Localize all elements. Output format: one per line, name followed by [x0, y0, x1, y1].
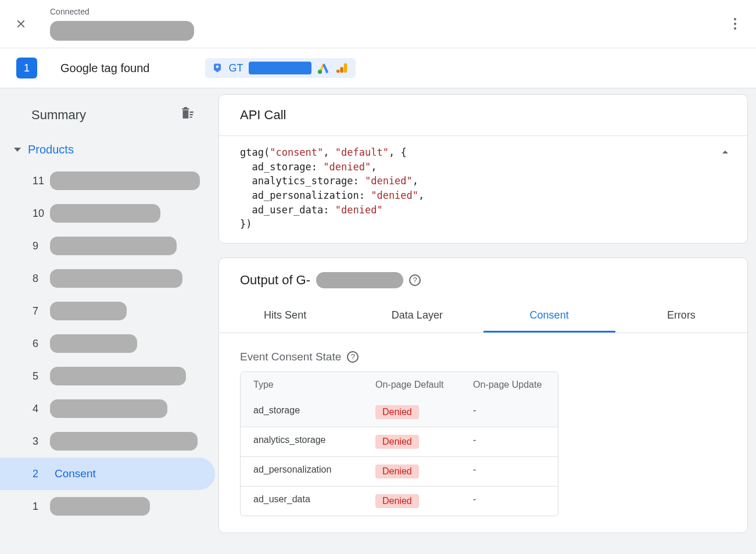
sidebar-event-consent[interactable]: 2Consent [0, 458, 215, 490]
cell-default: Denied [363, 457, 460, 486]
cell-update: - [460, 457, 558, 486]
redacted-event-name [50, 399, 167, 418]
sidebar-event-item[interactable]: 9 [0, 230, 215, 262]
gt-prefix: GT [228, 62, 243, 74]
tag-count-badge: 1 [16, 58, 37, 78]
summary-label: Summary [31, 108, 86, 123]
denied-badge: Denied [375, 464, 419, 478]
cell-update: - [460, 487, 558, 516]
th-default: On-page Default [363, 372, 460, 398]
sidebar-event-item[interactable]: 8 [0, 262, 215, 295]
products-label: Products [28, 143, 74, 156]
event-number: 10 [33, 208, 46, 220]
api-call-code: gtag("consent", "default", { ad_storage:… [219, 136, 747, 243]
event-number: 3 [33, 435, 46, 448]
clear-button[interactable] [179, 106, 194, 124]
google-analytics-icon [336, 62, 349, 74]
cell-update: - [460, 427, 558, 456]
tab-consent[interactable]: Consent [483, 301, 615, 333]
tab-data-layer[interactable]: Data Layer [351, 301, 483, 333]
cell-default: Denied [363, 487, 460, 516]
svg-point-4 [336, 70, 340, 73]
redacted-event-name [50, 334, 137, 353]
denied-badge: Denied [375, 405, 419, 419]
consent-table: Type On-page Default On-page Update ad_s… [240, 371, 558, 516]
google-ads-icon [317, 62, 330, 74]
header-info: Connected [50, 7, 194, 41]
event-number: 8 [33, 273, 46, 285]
svg-rect-3 [341, 67, 344, 73]
event-number: 2 [33, 468, 46, 480]
event-number: 4 [33, 403, 46, 415]
th-type: Type [241, 372, 363, 398]
event-label: Consent [55, 467, 96, 480]
close-button[interactable] [14, 17, 28, 31]
sidebar-event-item[interactable]: 10 [0, 197, 215, 230]
denied-badge: Denied [375, 435, 419, 449]
redacted-measurement-id [316, 272, 403, 288]
main-content: API Call gtag("consent", "default", { ad… [215, 88, 756, 554]
cell-default: Denied [363, 427, 460, 456]
sidebar-event-item[interactable]: 11 [0, 165, 215, 197]
redacted-event-name [50, 269, 182, 288]
help-icon[interactable]: ? [409, 274, 421, 286]
event-number: 1 [33, 501, 46, 513]
sidebar-event-item[interactable]: 5 [0, 360, 215, 392]
event-number: 9 [33, 240, 46, 252]
sidebar: Summary Products 111098765432Consent1 [0, 88, 215, 554]
redacted-event-name [50, 171, 200, 190]
table-row: analytics_storageDenied- [241, 427, 558, 456]
denied-badge: Denied [375, 494, 419, 508]
cell-type: ad_storage [241, 398, 363, 427]
table-row: ad_storageDenied- [241, 398, 558, 427]
cell-type: ad_personalization [241, 457, 363, 486]
sidebar-event-item[interactable]: 1 [0, 490, 215, 523]
svg-point-1 [318, 70, 322, 74]
output-card: Output of G- ? Hits SentData LayerConsen… [218, 258, 748, 533]
tag-subheader: 1 Google tag found GT [0, 48, 756, 88]
caret-down-icon [14, 148, 21, 152]
tab-hits-sent[interactable]: Hits Sent [219, 301, 351, 333]
help-icon[interactable]: ? [347, 351, 359, 363]
redacted-event-name [50, 497, 150, 516]
cell-update: - [460, 398, 558, 427]
collapse-button[interactable] [718, 145, 732, 163]
event-number: 11 [33, 175, 46, 187]
trash-icon [179, 106, 194, 121]
sidebar-event-item[interactable]: 7 [0, 295, 215, 327]
tag-chip[interactable]: GT [205, 58, 356, 78]
gtag-icon [212, 62, 223, 74]
summary-row[interactable]: Summary [0, 102, 215, 128]
svg-point-0 [216, 66, 219, 69]
redacted-event-name [50, 204, 160, 223]
sidebar-event-item[interactable]: 6 [0, 327, 215, 360]
api-call-title: API Call [219, 95, 747, 136]
th-update: On-page Update [460, 372, 558, 398]
output-tabs: Hits SentData LayerConsentErrors [219, 301, 747, 333]
output-header: Output of G- ? [219, 258, 747, 288]
table-row: ad_personalizationDenied- [241, 456, 558, 486]
svg-rect-2 [344, 63, 347, 73]
tag-found-label: Google tag found [60, 62, 149, 75]
products-toggle[interactable]: Products [0, 128, 215, 165]
event-number: 7 [33, 305, 46, 317]
cell-type: ad_user_data [241, 487, 363, 516]
table-row: ad_user_dataDenied- [241, 486, 558, 516]
top-header: Connected [0, 0, 756, 48]
redacted-domain [50, 21, 194, 41]
consent-section-title: Event Consent State ? [219, 333, 747, 371]
redacted-event-name [50, 432, 198, 451]
redacted-event-name [50, 302, 127, 320]
redacted-event-name [50, 237, 177, 255]
output-title-prefix: Output of G- [240, 273, 310, 288]
sidebar-event-item[interactable]: 3 [0, 425, 215, 458]
tab-errors[interactable]: Errors [615, 301, 747, 333]
api-call-card: API Call gtag("consent", "default", { ad… [218, 94, 748, 244]
connected-label: Connected [50, 7, 194, 16]
event-number: 5 [33, 370, 46, 383]
close-icon [15, 17, 27, 30]
more-menu-button[interactable] [728, 12, 742, 35]
sidebar-event-item[interactable]: 4 [0, 392, 215, 425]
event-number: 6 [33, 338, 46, 350]
redacted-tag-id [249, 62, 311, 74]
